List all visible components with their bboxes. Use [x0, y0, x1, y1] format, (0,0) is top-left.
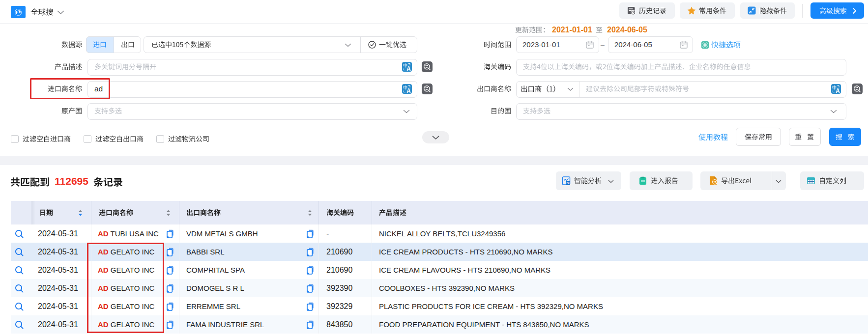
- svg-text:BI: BI: [566, 181, 569, 185]
